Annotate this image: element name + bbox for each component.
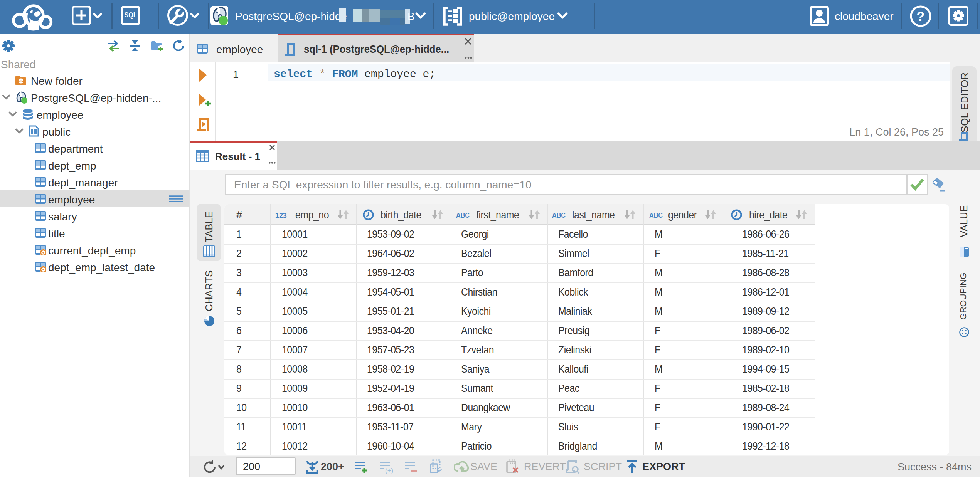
svg-text:?: ? — [917, 9, 925, 24]
svg-text:(+): (+) — [385, 467, 393, 474]
